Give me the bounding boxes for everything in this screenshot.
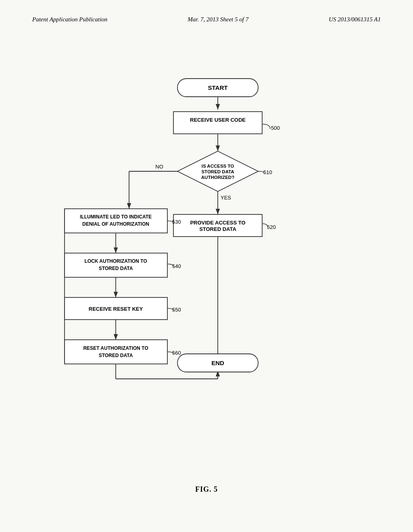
node-540-label1: LOCK AUTHORIZATION TO — [84, 258, 147, 264]
header-center: Mar. 7, 2013 Sheet 5 of 7 — [188, 16, 248, 23]
yes-label: YES — [221, 195, 231, 201]
ref-510: 510 — [263, 169, 272, 175]
node-530 — [65, 209, 167, 233]
flowchart-container: START RECEIVE USER CODE 500 IS ACCESS TO… — [40, 73, 371, 403]
page-header: Patent Application Publication Mar. 7, 2… — [0, 16, 413, 23]
figure-label: FIG. 5 — [0, 485, 413, 494]
node-530-label1: ILLUMINATE LED TO INDICATE — [80, 214, 152, 220]
no-label: NO — [155, 164, 163, 170]
node-560 — [65, 340, 167, 364]
node-520-label1: PROVIDE ACCESS TO — [190, 220, 245, 226]
ref-500-line — [262, 124, 270, 129]
node-540 — [65, 253, 167, 277]
node-500-label: RECEIVE USER CODE — [190, 117, 246, 123]
ref-530: 530 — [172, 219, 181, 225]
node-510-label2: STORED DATA — [201, 169, 234, 174]
start-label: START — [208, 84, 228, 91]
end-label: END — [211, 360, 224, 366]
page: Patent Application Publication Mar. 7, 2… — [0, 0, 413, 532]
flowchart-svg: START RECEIVE USER CODE 500 IS ACCESS TO… — [40, 73, 371, 403]
ref-550: 550 — [172, 307, 181, 313]
node-560-label1: RESET AUTHORIZATION TO — [83, 345, 148, 351]
node-510-label1: IS ACCESS TO — [202, 164, 234, 168]
node-510-label3: AUTHORIZED? — [201, 175, 234, 180]
ref-520: 520 — [267, 224, 276, 230]
node-530-label2: DENIAL OF AUTHORIZATION — [82, 221, 149, 227]
ref-500: 500 — [271, 125, 280, 131]
ref-560: 560 — [172, 350, 181, 356]
node-550-label: RECEIVE RESET KEY — [89, 306, 143, 312]
node-540-label2: STORED DATA — [99, 266, 133, 271]
node-560-label2: STORED DATA — [99, 353, 133, 358]
header-right: US 2013/0061315 A1 — [329, 16, 381, 23]
header-left: Patent Application Publication — [32, 16, 107, 23]
node-520-label2: STORED DATA — [199, 226, 236, 232]
